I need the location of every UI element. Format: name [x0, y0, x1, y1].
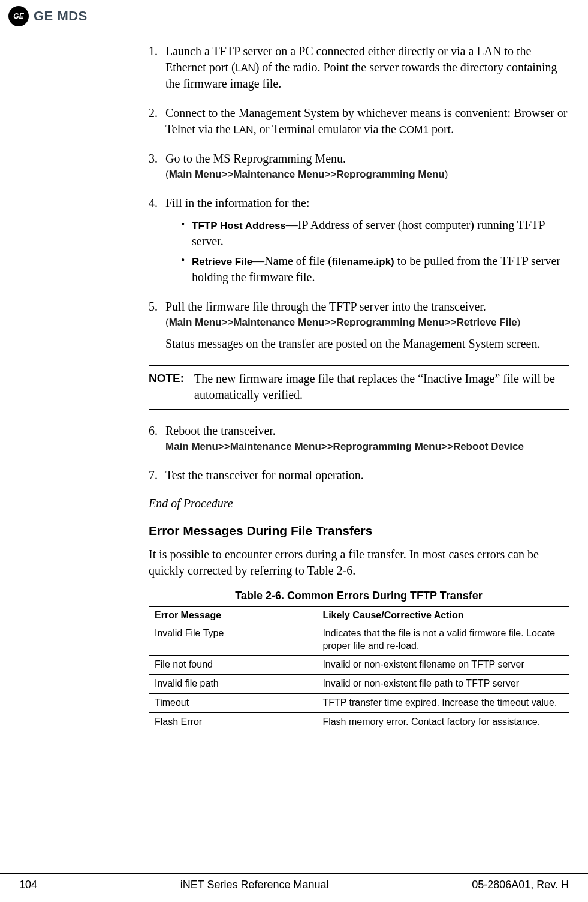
- page-footer: 104 iNET Series Reference Manual 05-2806…: [0, 873, 588, 891]
- section-intro: It is possible to encounter errors durin…: [149, 546, 569, 579]
- table-cell-cause: TFTP transfer time expired. Increase the…: [316, 694, 569, 713]
- table-cell-cause: Invalid or non-existent filename on TFTP…: [316, 656, 569, 675]
- ge-logo-icon: GE: [8, 6, 29, 26]
- menu-path: (Main Menu>>Maintenance Menu>>Reprogramm…: [165, 316, 569, 330]
- table-cell-msg: Invalid File Type: [149, 624, 316, 656]
- table-row: File not found Invalid or non-existent f…: [149, 656, 569, 675]
- footer-center: iNET Series Reference Manual: [180, 879, 329, 891]
- step-text: , or Terminal emulator via the: [254, 122, 399, 136]
- table-header-msg: Error Message: [149, 606, 316, 624]
- inline-code: LAN: [236, 62, 255, 74]
- table-row: Invalid file path Invalid or non-existen…: [149, 675, 569, 694]
- note-text: The new firmware image file that replace…: [194, 371, 569, 403]
- table-cell-cause: Flash memory error. Contact factory for …: [316, 712, 569, 732]
- step-text: port.: [429, 122, 454, 136]
- section-heading: Error Messages During File Transfers: [149, 524, 569, 538]
- menu-path-text: Main Menu>>Maintenance Menu>>Reprogrammi…: [169, 169, 445, 180]
- table-cell-cause: Invalid or non-existent file path to TFT…: [316, 675, 569, 694]
- page-content: Launch a TFTP server on a PC connected e…: [149, 30, 569, 732]
- bullet-item: TFTP Host Address—IP Address of server (…: [181, 217, 569, 249]
- table-row: Invalid File Type Indicates that the fil…: [149, 624, 569, 656]
- table-cell-msg: Invalid file path: [149, 675, 316, 694]
- step-text: Fill in the information for the:: [165, 196, 310, 209]
- error-table: Error Message Likely Cause/Corrective Ac…: [149, 606, 569, 732]
- note-label: NOTE:: [149, 371, 194, 403]
- brand-text: GE MDS: [34, 8, 88, 24]
- step-7: Test the transceiver for normal operatio…: [149, 467, 569, 483]
- bullet-list: TFTP Host Address—IP Address of server (…: [181, 217, 569, 285]
- step-text: Pull the firmware file through the TFTP …: [165, 300, 486, 313]
- menu-path-text: Main Menu>>Maintenance Menu>>Reprogrammi…: [165, 441, 524, 452]
- bullet-label: TFTP Host Address: [192, 220, 286, 231]
- bullet-item: Retrieve File—Name of file (filename.ipk…: [181, 253, 569, 285]
- step-3: Go to the MS Reprogramming Menu. (Main M…: [149, 151, 569, 182]
- table-row: Flash Error Flash memory error. Contact …: [149, 712, 569, 732]
- step-4: Fill in the information for the: TFTP Ho…: [149, 195, 569, 285]
- table-cell-cause: Indicates that the file is not a valid f…: [316, 624, 569, 656]
- step-6: Reboot the transceiver. Main Menu>>Maint…: [149, 423, 569, 454]
- footer-right: 05-2806A01, Rev. H: [472, 879, 569, 891]
- step-2: Connect to the Management System by whic…: [149, 105, 569, 137]
- table-row: Timeout TFTP transfer time expired. Incr…: [149, 694, 569, 713]
- step-1: Launch a TFTP server on a PC connected e…: [149, 43, 569, 92]
- menu-path-text: Main Menu>>Maintenance Menu>>Reprogrammi…: [169, 317, 517, 328]
- step-5: Pull the firmware file through the TFTP …: [149, 299, 569, 352]
- footer-page-number: 104: [19, 879, 37, 891]
- step-text: Test the transceiver for normal operatio…: [165, 468, 364, 482]
- table-title: Table 2-6. Common Errors During TFTP Tra…: [149, 590, 569, 602]
- step-note: Status messages on the transfer are post…: [165, 336, 569, 352]
- page-header: GE GE MDS: [0, 0, 588, 30]
- inline-code: LAN: [234, 124, 254, 136]
- menu-path: Main Menu>>Maintenance Menu>>Reprogrammi…: [165, 440, 569, 454]
- procedure-list-cont: Reboot the transceiver. Main Menu>>Maint…: [149, 423, 569, 483]
- table-header-cause: Likely Cause/Corrective Action: [316, 606, 569, 624]
- menu-path: (Main Menu>>Maintenance Menu>>Reprogramm…: [165, 168, 569, 182]
- bullet-text: —Name of file (: [252, 254, 332, 267]
- step-text: Go to the MS Reprogramming Menu.: [165, 152, 346, 165]
- end-of-procedure: End of Procedure: [149, 497, 569, 510]
- table-header-row: Error Message Likely Cause/Corrective Ac…: [149, 606, 569, 624]
- step-text: Reboot the transceiver.: [165, 424, 276, 437]
- table-cell-msg: Timeout: [149, 694, 316, 713]
- bullet-label: Retrieve File: [192, 256, 252, 267]
- inline-code: filename.ipk): [332, 256, 394, 267]
- procedure-list: Launch a TFTP server on a PC connected e…: [149, 43, 569, 352]
- inline-code: COM1: [399, 124, 429, 136]
- note-box: NOTE: The new firmware image file that r…: [149, 365, 569, 410]
- table-cell-msg: Flash Error: [149, 712, 316, 732]
- table-cell-msg: File not found: [149, 656, 316, 675]
